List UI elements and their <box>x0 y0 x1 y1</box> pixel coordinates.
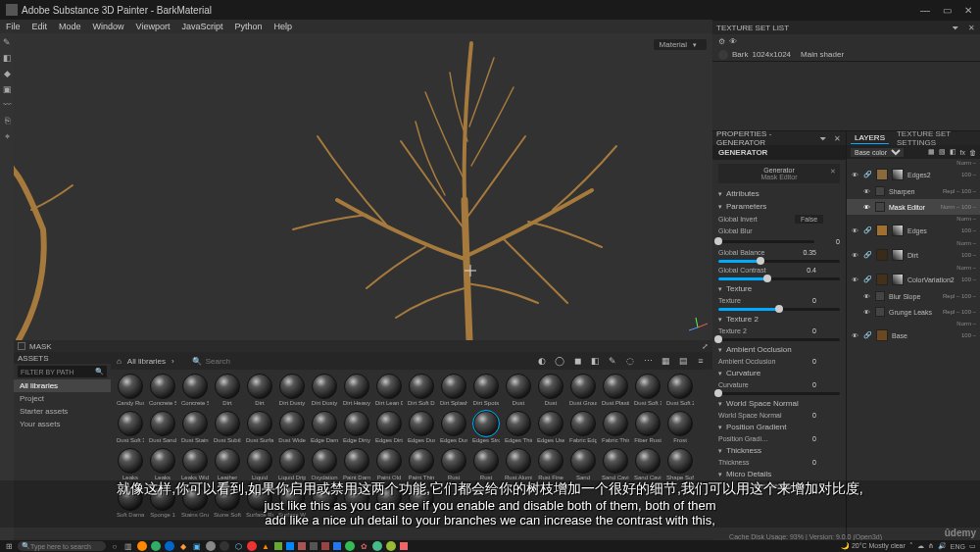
asset-item[interactable]: Dust <box>505 374 532 406</box>
window-max-button[interactable]: ▭ <box>941 4 953 16</box>
texture-slider[interactable] <box>718 308 840 311</box>
layer-blendmode[interactable]: Repl – 100 – <box>943 309 976 315</box>
asset-item[interactable]: Dust Surface <box>246 411 273 443</box>
global-invert-toggle[interactable]: False <box>795 215 823 224</box>
layer-visibility-icon[interactable]: 👁 <box>851 276 859 283</box>
asset-item[interactable]: Dust Sand <box>149 411 176 443</box>
task-app-17[interactable] <box>345 541 355 551</box>
menu-javascript[interactable]: JavaScript <box>181 22 222 31</box>
asset-item[interactable]: Paint Thin <box>408 448 435 480</box>
viewport-3d[interactable]: Material <box>14 33 712 340</box>
asset-item[interactable]: Frost <box>666 411 694 443</box>
section-attributes[interactable]: Attributes <box>712 187 846 200</box>
asset-item[interactable]: Dust Wide <box>278 411 306 443</box>
asset-item[interactable]: Liquid Drips <box>278 448 306 480</box>
browser-filter-6-icon[interactable]: ◌ <box>624 355 636 367</box>
menu-help[interactable]: Help <box>273 22 292 31</box>
task-app-20[interactable] <box>386 541 396 551</box>
global-balance-slider[interactable] <box>718 260 840 263</box>
task-app-2[interactable] <box>151 541 161 551</box>
asset-item[interactable]: Sand Cavit… <box>602 448 629 480</box>
asset-item[interactable]: Fiber Rust <box>634 411 662 443</box>
tray-notif-icon[interactable]: ▭ <box>969 542 976 550</box>
task-app-19[interactable] <box>372 541 382 551</box>
layer-opacity[interactable]: 100 – <box>961 276 976 282</box>
asset-item[interactable]: Leather <box>214 448 241 480</box>
taskbar-weather[interactable]: 🌙 20°C Mostly clear <box>841 542 906 550</box>
layer-blendmode[interactable]: Repl – 100 – <box>943 188 976 194</box>
asset-item[interactable]: Dust Ground <box>569 374 597 406</box>
layer-opacity[interactable]: 100 – <box>961 252 976 258</box>
global-blur-slider[interactable] <box>718 240 814 243</box>
layer-link-icon[interactable]: 🔗 <box>863 251 872 259</box>
tray-lang[interactable]: ENG <box>951 543 965 550</box>
browser-breadcrumb[interactable]: All libraries <box>127 357 166 366</box>
asset-item[interactable]: Dust Soft 2 <box>666 374 694 406</box>
layer-visibility-icon[interactable]: 👁 <box>862 188 871 195</box>
generator-clear-icon[interactable]: ✕ <box>830 168 836 176</box>
task-app-7[interactable] <box>220 541 229 551</box>
task-app-13[interactable] <box>298 542 306 550</box>
menu-python[interactable]: Python <box>234 22 262 31</box>
asset-item[interactable]: Dirt Splashes <box>440 374 467 406</box>
asset-item[interactable]: Edge Dirty <box>343 411 370 443</box>
browser-filter-1-icon[interactable]: ◐ <box>536 355 548 367</box>
task-app-10[interactable]: ▲ <box>261 541 270 551</box>
asset-item[interactable]: Dirt <box>246 374 273 406</box>
asset-item[interactable]: Dust Subtle <box>214 411 241 443</box>
browser-search-input[interactable] <box>206 357 402 366</box>
asset-item[interactable]: Liquid <box>246 448 273 480</box>
asset-item[interactable]: Edges User <box>537 411 564 443</box>
asset-item[interactable]: Oxydation <box>311 448 338 480</box>
props-close-icon[interactable]: ✕ <box>833 133 842 143</box>
asset-item[interactable]: Leaks <box>117 448 144 480</box>
layer-opacity[interactable]: 100 – <box>961 227 976 233</box>
layer-visibility-icon[interactable]: 👁 <box>851 252 859 259</box>
browser-view-large-icon[interactable]: ▦ <box>660 355 671 367</box>
layer-blendmode[interactable]: Norm – 100 – <box>941 204 976 210</box>
section-ao[interactable]: Ambient Occlusion <box>712 343 846 356</box>
asset-item[interactable]: Edges Dusty <box>440 411 467 443</box>
layer-row[interactable]: 👁Blur SlopeRepl – 100 – <box>847 288 980 304</box>
taskbar-search[interactable]: 🔍 Type here to search <box>18 541 106 551</box>
texture-set-row[interactable]: Bark 1024x1024 Main shader <box>712 48 980 62</box>
tool-smudge-icon[interactable]: 〰 <box>2 100 12 110</box>
section-texture2[interactable]: Texture 2 <box>712 313 846 326</box>
layer-row[interactable]: 👁Mask EditorNorm – 100 – <box>847 199 980 215</box>
mask-expand-icon[interactable]: ⤢ <box>702 342 709 351</box>
layer-delete-icon[interactable]: 🗑 <box>969 149 976 156</box>
layer-opacity[interactable]: 100 – <box>961 172 976 177</box>
assets-cat-starter[interactable]: Starter assets <box>14 405 111 418</box>
asset-item[interactable]: Rust <box>472 448 500 480</box>
layer-row[interactable]: 👁🔗Base100 – <box>847 326 980 344</box>
asset-item[interactable]: Leaks <box>149 448 176 480</box>
tool-project-icon[interactable]: ◆ <box>2 69 12 78</box>
os-taskbar[interactable]: ⊞ 🔍 Type here to search ○ ▥ ◆ ▣ ⬡ ▲ ✿ 🌙 … <box>0 540 980 552</box>
asset-item[interactable]: Sand Cavit… <box>634 448 662 480</box>
tab-layers[interactable]: LAYERS <box>851 132 889 144</box>
layer-channel-select[interactable]: Base color <box>851 148 904 157</box>
tool-clone-icon[interactable]: ⎘ <box>2 116 12 125</box>
asset-item[interactable]: Concrete S… <box>181 374 209 406</box>
layer-row[interactable]: 👁🔗Edges2100 – <box>847 166 980 183</box>
layer-row[interactable]: 👁🔗Edges100 – <box>847 222 980 239</box>
task-app-15[interactable] <box>321 542 329 550</box>
tool-picker-icon[interactable]: ⌖ <box>2 131 12 141</box>
tray-chevron-icon[interactable]: ˄ <box>909 542 913 550</box>
window-close-button[interactable]: ✕ <box>962 4 974 16</box>
asset-item[interactable]: Edges Thin <box>505 411 532 443</box>
generator-selector[interactable]: Generator Mask Editor ✕ <box>718 164 840 183</box>
layer-blendmode[interactable]: Repl – 100 – <box>943 293 976 299</box>
asset-item[interactable]: Sand <box>569 448 597 480</box>
asset-item[interactable]: Edges Stro… <box>472 411 500 443</box>
menu-viewport[interactable]: Viewport <box>136 22 171 31</box>
asset-item[interactable]: Dirt <box>214 374 241 406</box>
menu-window[interactable]: Window <box>93 22 124 31</box>
section-thickness[interactable]: Thickness <box>712 444 846 457</box>
browser-home-icon[interactable]: ⌂ <box>117 357 122 366</box>
layer-row[interactable]: 👁🔗ColorVariation2100 – <box>847 271 980 288</box>
tool-fill-icon[interactable]: ▣ <box>2 84 12 94</box>
tool-brush-icon[interactable]: ✎ <box>2 37 12 47</box>
browser-filter-3-icon[interactable]: ◼ <box>571 355 583 367</box>
section-parameters[interactable]: Parameters <box>712 200 846 213</box>
